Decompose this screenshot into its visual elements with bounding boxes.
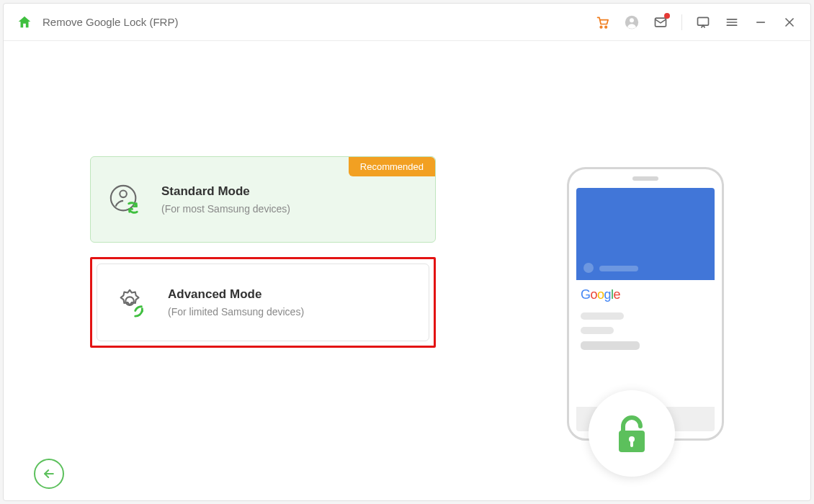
gear-icon	[115, 286, 148, 319]
back-button[interactable]	[34, 459, 64, 489]
user-icon[interactable]	[624, 14, 640, 30]
divider	[681, 14, 682, 30]
svg-point-3	[630, 18, 634, 22]
advanced-mode-card[interactable]: Advanced Mode (For limited Samsung devic…	[97, 264, 429, 341]
titlebar: Remove Google Lock (FRP)	[4, 4, 810, 41]
mode-list: Recommended Stan	[90, 156, 436, 486]
svg-point-1	[605, 26, 607, 27]
advanced-mode-title: Advanced Mode	[168, 287, 304, 302]
standard-mode-text: Standard Mode (For most Samsung devices)	[161, 184, 290, 215]
standard-mode-subtitle: (For most Samsung devices)	[161, 203, 290, 215]
cart-icon[interactable]	[595, 14, 611, 30]
advanced-mode-highlight: Advanced Mode (For limited Samsung devic…	[90, 257, 436, 348]
main-content: Recommended Stan	[4, 41, 810, 500]
close-button[interactable]	[782, 14, 797, 30]
svg-rect-17	[630, 441, 633, 447]
recommended-badge: Recommended	[349, 157, 435, 176]
menu-icon[interactable]	[724, 14, 740, 30]
advanced-mode-subtitle: (For limited Samsung devices)	[168, 306, 304, 318]
phone-illustration: Google	[567, 167, 724, 441]
svg-point-0	[600, 26, 602, 27]
google-logo: Google	[581, 287, 715, 302]
svg-rect-5	[698, 17, 709, 25]
mail-icon[interactable]	[653, 14, 668, 30]
home-icon[interactable]	[17, 14, 32, 30]
unlock-icon	[589, 390, 675, 477]
page-title: Remove Google Lock (FRP)	[43, 16, 585, 28]
minimize-button[interactable]	[753, 14, 769, 30]
app-window: Remove Google Lock (FRP)	[3, 3, 811, 501]
advanced-mode-text: Advanced Mode (For limited Samsung devic…	[168, 287, 304, 318]
standard-mode-card[interactable]: Recommended Stan	[90, 156, 436, 243]
user-refresh-icon	[108, 183, 141, 216]
svg-point-13	[120, 191, 127, 198]
titlebar-actions	[595, 14, 797, 30]
feedback-icon[interactable]	[695, 14, 711, 30]
standard-mode-title: Standard Mode	[161, 184, 290, 199]
